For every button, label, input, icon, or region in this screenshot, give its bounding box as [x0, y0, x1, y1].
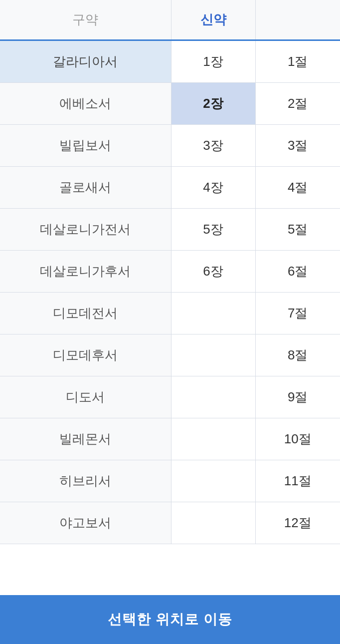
- cell-chapter[interactable]: 3장: [171, 125, 255, 167]
- table-row[interactable]: 야고보서12절: [0, 502, 340, 544]
- cell-verse[interactable]: 8절: [255, 334, 340, 376]
- cell-verse[interactable]: 9절: [255, 376, 340, 418]
- cell-book-name: 빌립보서: [0, 125, 171, 167]
- cell-verse[interactable]: 6절: [255, 251, 340, 293]
- cell-chapter[interactable]: [171, 418, 255, 460]
- cell-verse[interactable]: 10절: [255, 418, 340, 460]
- cell-chapter[interactable]: [171, 376, 255, 418]
- cell-book-name: 야고보서: [0, 502, 171, 544]
- cell-chapter[interactable]: [171, 460, 255, 502]
- cell-chapter[interactable]: 4장: [171, 167, 255, 209]
- cell-chapter[interactable]: 6장: [171, 251, 255, 293]
- cell-book-name: 에베소서: [0, 83, 171, 125]
- table-row[interactable]: 골로새서4장4절: [0, 167, 340, 209]
- cell-book-name: 갈라디아서: [0, 40, 171, 83]
- table-wrapper: 구약 신약 갈라디아서1장1절에베소서2장2절빌립보서3장3절골로새서4장4절데…: [0, 0, 340, 595]
- table-row[interactable]: 디모데전서7절: [0, 293, 340, 334]
- cell-chapter[interactable]: 1장: [171, 40, 255, 83]
- table-row[interactable]: 데살로니가후서6장6절: [0, 251, 340, 293]
- table-row[interactable]: 디도서9절: [0, 376, 340, 418]
- table-row[interactable]: 빌레몬서10절: [0, 418, 340, 460]
- header-verse: [255, 0, 340, 40]
- cell-book-name: 디모데전서: [0, 293, 171, 334]
- cell-book-name: 데살로니가후서: [0, 251, 171, 293]
- cell-verse[interactable]: 5절: [255, 209, 340, 251]
- cell-chapter[interactable]: [171, 334, 255, 376]
- navigation-table: 구약 신약 갈라디아서1장1절에베소서2장2절빌립보서3장3절골로새서4장4절데…: [0, 0, 340, 544]
- cell-book-name: 데살로니가전서: [0, 209, 171, 251]
- table-row[interactable]: 빌립보서3장3절: [0, 125, 340, 167]
- table-row[interactable]: 갈라디아서1장1절: [0, 40, 340, 83]
- cell-book-name: 히브리서: [0, 460, 171, 502]
- cell-chapter[interactable]: 5장: [171, 209, 255, 251]
- table-row[interactable]: 히브리서11절: [0, 460, 340, 502]
- table-row[interactable]: 디모데후서8절: [0, 334, 340, 376]
- table-row[interactable]: 데살로니가전서5장5절: [0, 209, 340, 251]
- table-body: 갈라디아서1장1절에베소서2장2절빌립보서3장3절골로새서4장4절데살로니가전서…: [0, 40, 340, 544]
- table-row[interactable]: 에베소서2장2절: [0, 83, 340, 125]
- cell-chapter[interactable]: 2장: [171, 83, 255, 125]
- cell-verse[interactable]: 3절: [255, 125, 340, 167]
- cell-book-name: 디도서: [0, 376, 171, 418]
- cell-verse[interactable]: 7절: [255, 293, 340, 334]
- table-header-row: 구약 신약: [0, 0, 340, 40]
- cell-verse[interactable]: 2절: [255, 83, 340, 125]
- cell-verse[interactable]: 4절: [255, 167, 340, 209]
- cell-chapter[interactable]: [171, 293, 255, 334]
- cell-verse[interactable]: 11절: [255, 460, 340, 502]
- header-old-testament: 구약: [0, 0, 171, 40]
- header-new-testament: 신약: [171, 0, 255, 40]
- cell-book-name: 디모데후서: [0, 334, 171, 376]
- navigate-button[interactable]: 선택한 위치로 이동: [0, 595, 340, 644]
- cell-book-name: 빌레몬서: [0, 418, 171, 460]
- main-container: 구약 신약 갈라디아서1장1절에베소서2장2절빌립보서3장3절골로새서4장4절데…: [0, 0, 340, 644]
- cell-verse[interactable]: 12절: [255, 502, 340, 544]
- cell-book-name: 골로새서: [0, 167, 171, 209]
- cell-chapter[interactable]: [171, 502, 255, 544]
- cell-verse[interactable]: 1절: [255, 40, 340, 83]
